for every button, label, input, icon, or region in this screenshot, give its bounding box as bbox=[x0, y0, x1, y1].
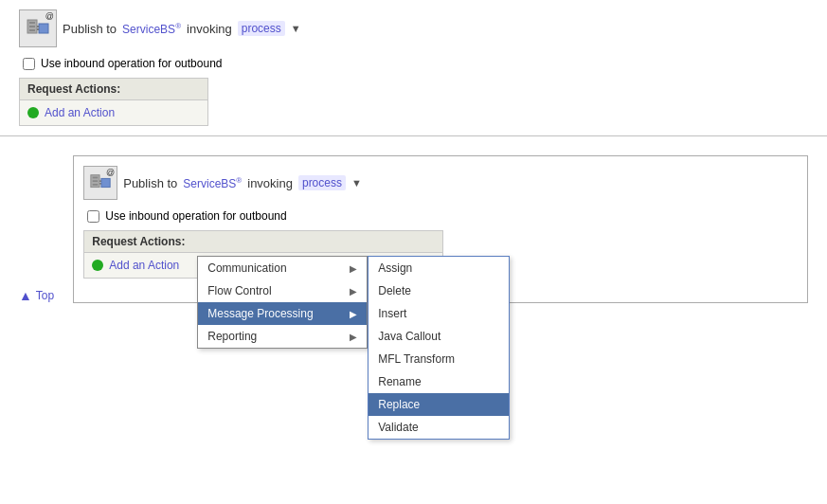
submenu: Assign Delete Insert Java Callout MFL Tr… bbox=[368, 256, 510, 440]
svg-rect-12 bbox=[93, 180, 99, 182]
inner-process-link[interactable]: process bbox=[298, 175, 346, 190]
menu-item-message-processing[interactable]: Message Processing ▶ bbox=[198, 302, 367, 325]
top-at-symbol: @ bbox=[45, 11, 54, 21]
inner-publish-label: Publish to bbox=[123, 176, 177, 190]
inner-add-action-link[interactable]: Add an Action bbox=[109, 259, 179, 272]
top-arrow-icon: ▲ bbox=[19, 288, 32, 303]
menu-arrow-message-processing: ▶ bbox=[350, 309, 357, 319]
inner-checkbox-row: Use inbound operation for outbound bbox=[87, 209, 798, 223]
menu-item-communication[interactable]: Communication ▶ bbox=[198, 257, 367, 279]
submenu-item-java-callout[interactable]: Java Callout bbox=[369, 325, 509, 348]
submenu-item-validate[interactable]: Validate bbox=[369, 416, 509, 439]
svg-rect-8 bbox=[101, 178, 110, 187]
inner-service-link[interactable]: ServiceBS® bbox=[183, 176, 242, 190]
top-add-action-link[interactable]: Add an Action bbox=[45, 106, 115, 119]
top-invoking-label: invoking bbox=[187, 22, 232, 36]
top-dropdown-arrow[interactable]: ▼ bbox=[291, 23, 301, 34]
menu-label-communication: Communication bbox=[207, 261, 286, 275]
top-button[interactable]: ▲ Top bbox=[19, 288, 54, 303]
inner-dropdown-arrow[interactable]: ▼ bbox=[351, 177, 362, 189]
bottom-section: ▲ Top @ Publish to bbox=[0, 136, 827, 322]
svg-rect-5 bbox=[29, 26, 35, 27]
inner-green-circle bbox=[92, 260, 103, 271]
submenu-item-delete[interactable]: Delete bbox=[369, 279, 509, 302]
top-service-icon: @ bbox=[19, 9, 57, 47]
svg-rect-4 bbox=[29, 22, 35, 24]
submenu-item-insert[interactable]: Insert bbox=[369, 302, 509, 325]
inner-service-icon: @ bbox=[83, 166, 117, 200]
submenu-item-assign[interactable]: Assign bbox=[369, 257, 509, 279]
menu-arrow-reporting: ▶ bbox=[350, 332, 357, 342]
top-request-actions-box: Request Actions: Add an Action bbox=[19, 78, 208, 126]
submenu-item-replace[interactable]: Replace bbox=[369, 393, 509, 416]
menu-arrow-flow-control: ▶ bbox=[350, 286, 357, 297]
top-checkbox-row: Use inbound operation for outbound bbox=[23, 57, 808, 70]
top-request-actions-header: Request Actions: bbox=[20, 79, 207, 100]
top-button-label: Top bbox=[36, 289, 54, 302]
top-green-circle bbox=[27, 107, 39, 118]
menu-arrow-communication: ▶ bbox=[350, 263, 357, 274]
submenu-item-rename[interactable]: Rename bbox=[369, 370, 509, 393]
top-section: @ Publish to ServiceBS® invoking process… bbox=[0, 0, 827, 136]
top-add-action-row: Add an Action bbox=[20, 100, 207, 125]
top-header-row: @ Publish to ServiceBS® invoking process… bbox=[19, 9, 808, 47]
context-menu: Communication ▶ Flow Control ▶ Message P… bbox=[197, 256, 368, 349]
inner-panel: @ Publish to ServiceBS® invoking bbox=[73, 155, 808, 303]
menu-item-reporting[interactable]: Reporting ▶ bbox=[198, 325, 367, 348]
submenu-item-mfl-transform[interactable]: MFL Transform bbox=[369, 348, 509, 370]
top-process-link[interactable]: process bbox=[238, 21, 285, 36]
svg-rect-11 bbox=[93, 177, 99, 179]
menu-item-flow-control[interactable]: Flow Control ▶ bbox=[198, 279, 367, 302]
inner-invoking-label: invoking bbox=[247, 176, 293, 190]
menu-label-flow-control: Flow Control bbox=[207, 284, 271, 297]
svg-rect-1 bbox=[39, 24, 48, 33]
top-service-link[interactable]: ServiceBS® bbox=[122, 22, 181, 36]
inner-header-row: @ Publish to ServiceBS® invoking bbox=[83, 166, 798, 200]
inner-inbound-checkbox[interactable] bbox=[87, 210, 99, 223]
inner-request-actions-header: Request Actions: bbox=[84, 231, 442, 253]
svg-rect-13 bbox=[93, 184, 99, 186]
inner-at-symbol: @ bbox=[106, 168, 115, 177]
main-panel: @ Publish to ServiceBS® invoking process… bbox=[0, 0, 827, 504]
menu-label-message-processing: Message Processing bbox=[207, 307, 313, 320]
top-checkbox-label: Use inbound operation for outbound bbox=[41, 57, 222, 70]
svg-rect-6 bbox=[29, 29, 35, 31]
menu-label-reporting: Reporting bbox=[207, 330, 257, 343]
inner-checkbox-label: Use inbound operation for outbound bbox=[105, 209, 286, 223]
top-publish-label: Publish to bbox=[63, 22, 117, 36]
top-inbound-checkbox[interactable] bbox=[23, 58, 35, 70]
